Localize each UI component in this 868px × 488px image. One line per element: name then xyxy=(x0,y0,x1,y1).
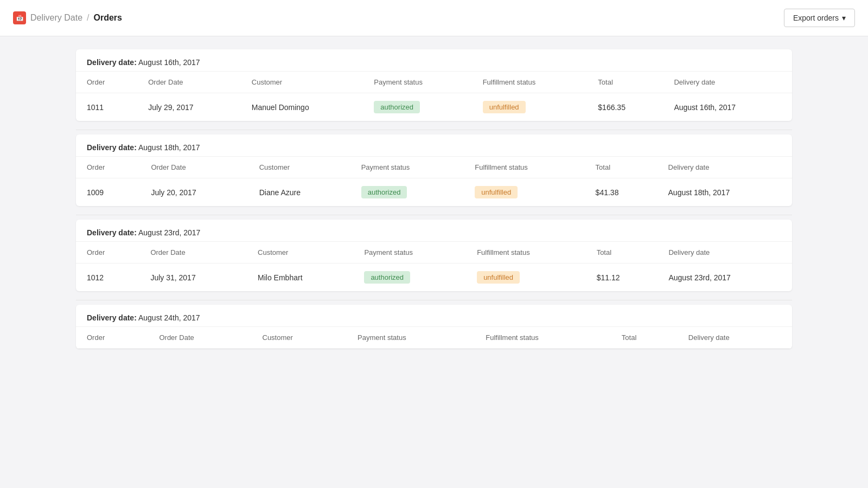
fulfillment-status: unfulfilled xyxy=(466,264,586,292)
status-badge: unfulfilled xyxy=(475,186,518,198)
group-divider xyxy=(76,300,792,300)
table-row: 1009July 20, 2017Diane Azureauthorizedun… xyxy=(76,178,792,207)
delivery-date-label: Delivery date: xyxy=(87,58,137,67)
delivery-date-cell: August 16th, 2017 xyxy=(663,93,792,121)
column-header: Order Date xyxy=(148,327,251,349)
group-header: Delivery date: August 23rd, 2017 xyxy=(76,220,792,241)
column-header: Fulfillment status xyxy=(475,327,611,349)
orders-table: OrderOrder DateCustomerPayment statusFul… xyxy=(76,241,792,291)
main-content: Delivery date: August 16th, 2017OrderOrd… xyxy=(54,36,814,370)
export-orders-label: Export orders xyxy=(793,14,839,22)
column-header: Fulfillment status xyxy=(464,157,584,178)
column-header: Fulfillment status xyxy=(472,72,588,93)
delivery-date-cell: August 23rd, 2017 xyxy=(658,264,792,292)
group-header: Delivery date: August 18th, 2017 xyxy=(76,134,792,156)
group-divider xyxy=(76,130,792,130)
fulfillment-status: unfulfilled xyxy=(472,93,588,121)
order-number: 1012 xyxy=(76,264,139,292)
delivery-date-value: August 24th, 2017 xyxy=(138,313,200,322)
orders-table: OrderOrder DateCustomerPayment statusFul… xyxy=(76,71,792,121)
column-header: Order Date xyxy=(137,72,241,93)
status-badge: unfulfilled xyxy=(483,101,526,113)
customer-name: Diane Azure xyxy=(248,178,350,207)
total: $41.38 xyxy=(585,178,658,207)
order-group-4: Delivery date: August 24th, 2017OrderOrd… xyxy=(76,305,792,349)
column-header: Total xyxy=(586,242,658,264)
column-header: Order xyxy=(76,72,137,93)
column-header: Order xyxy=(76,327,148,349)
column-header: Total xyxy=(611,327,678,349)
delivery-date-value: August 23rd, 2017 xyxy=(138,228,200,237)
status-badge: unfulfilled xyxy=(477,271,520,284)
delivery-date-cell: August 18th, 2017 xyxy=(658,178,792,207)
payment-status: authorized xyxy=(363,93,471,121)
column-header: Fulfillment status xyxy=(466,242,586,264)
total: $166.35 xyxy=(587,93,663,121)
orders-table: OrderOrder DateCustomerPayment statusFul… xyxy=(76,326,792,349)
order-group-3: Delivery date: August 23rd, 2017OrderOrd… xyxy=(76,220,792,291)
status-badge: authorized xyxy=(364,271,410,284)
customer-name: Milo Embhart xyxy=(247,264,353,292)
column-header: Customer xyxy=(248,157,350,178)
delivery-date-label: Delivery date: xyxy=(87,143,137,152)
column-header: Total xyxy=(587,72,663,93)
column-header: Order Date xyxy=(140,157,248,178)
delivery-date-label: Delivery date: xyxy=(87,313,137,322)
table-row: 1011July 29, 2017Manuel Domingoauthorize… xyxy=(76,93,792,121)
orders-table: OrderOrder DateCustomerPayment statusFul… xyxy=(76,156,792,206)
breadcrumb-app-name: Delivery Date xyxy=(30,13,82,23)
column-header: Payment status xyxy=(347,327,475,349)
column-header: Order Date xyxy=(139,242,247,264)
column-header: Payment status xyxy=(350,157,464,178)
group-divider xyxy=(76,215,792,215)
column-header: Payment status xyxy=(363,72,471,93)
total: $11.12 xyxy=(586,264,658,292)
group-header: Delivery date: August 16th, 2017 xyxy=(76,49,792,71)
dropdown-chevron-icon: ▾ xyxy=(842,14,846,22)
column-header: Delivery date xyxy=(658,242,792,264)
delivery-date-label: Delivery date: xyxy=(87,228,137,237)
column-header: Customer xyxy=(241,72,363,93)
order-group-1: Delivery date: August 16th, 2017OrderOrd… xyxy=(76,49,792,121)
column-header: Customer xyxy=(247,242,353,264)
group-header: Delivery date: August 24th, 2017 xyxy=(76,305,792,326)
column-header: Customer xyxy=(252,327,347,349)
column-header: Order xyxy=(76,157,140,178)
payment-status: authorized xyxy=(350,178,464,207)
breadcrumb: 📅 Delivery Date / Orders xyxy=(13,11,122,24)
delivery-date-value: August 18th, 2017 xyxy=(138,143,200,152)
column-header: Delivery date xyxy=(658,157,792,178)
page-header: 📅 Delivery Date / Orders Export orders ▾ xyxy=(0,0,868,36)
customer-name: Manuel Domingo xyxy=(241,93,363,121)
column-header: Payment status xyxy=(353,242,466,264)
delivery-date-value: August 16th, 2017 xyxy=(138,58,200,67)
column-header: Delivery date xyxy=(663,72,792,93)
breadcrumb-separator: / xyxy=(87,13,89,23)
app-icon: 📅 xyxy=(13,11,26,24)
column-header: Delivery date xyxy=(678,327,792,349)
order-date: July 31, 2017 xyxy=(139,264,247,292)
payment-status: authorized xyxy=(353,264,466,292)
column-header: Order xyxy=(76,242,139,264)
column-header: Total xyxy=(585,157,658,178)
export-orders-button[interactable]: Export orders ▾ xyxy=(784,9,855,27)
fulfillment-status: unfulfilled xyxy=(464,178,584,207)
order-date: July 29, 2017 xyxy=(137,93,241,121)
order-number: 1009 xyxy=(76,178,140,207)
status-badge: authorized xyxy=(374,101,420,113)
table-row: 1012July 31, 2017Milo Embhartauthorizedu… xyxy=(76,264,792,292)
order-group-2: Delivery date: August 18th, 2017OrderOrd… xyxy=(76,134,792,206)
status-badge: authorized xyxy=(361,186,407,198)
order-date: July 20, 2017 xyxy=(140,178,248,207)
breadcrumb-current-page: Orders xyxy=(93,13,122,23)
order-number: 1011 xyxy=(76,93,137,121)
